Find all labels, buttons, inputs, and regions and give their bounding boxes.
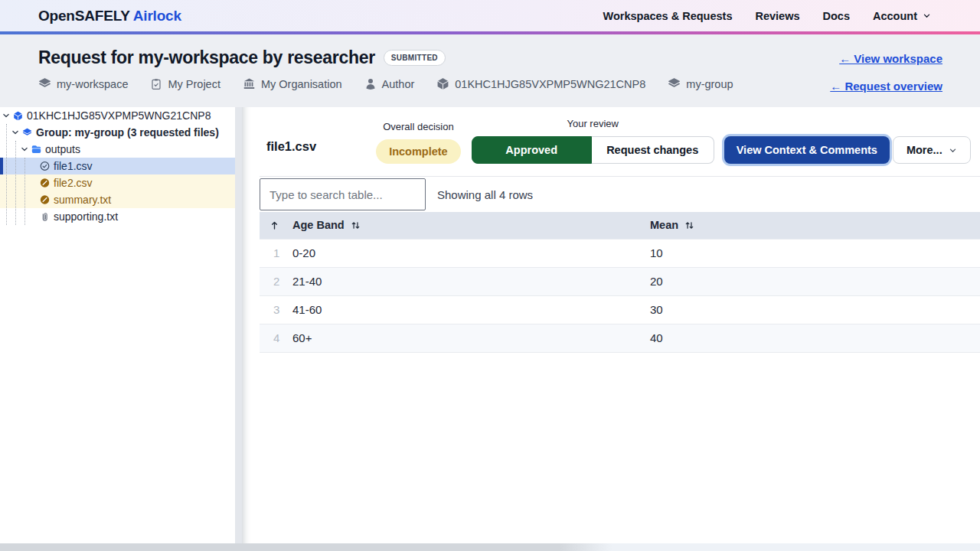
tree-item-supporting[interactable]: supporting.txt [0,208,235,225]
row-number: 1 [260,239,292,267]
file-tree-sidebar: 01KHC1HJG85VXPMP5WNG21CNP8 Group: my-gro… [0,107,235,543]
view-workspace-link[interactable]: ← View workspace [839,52,942,65]
file-detail-panel: file1.csv Overall decision Incomplete Yo… [242,107,980,543]
row-number: 2 [260,267,292,295]
request-overview-link[interactable]: ← Request overview [830,80,942,93]
tree-item-outputs[interactable]: outputs [0,141,235,158]
table-row: 1 0-20 10 [260,239,980,267]
tree-indent-guide [15,141,16,225]
cube-icon [13,111,23,121]
app-logo[interactable]: OpenSAFELY Airlock [38,8,181,24]
mean-cell: 10 [650,239,980,267]
cube-icon [436,77,449,90]
breadcrumb-project: My Project [150,77,220,90]
breadcrumb: my-workspace My Project My Organisation … [38,77,733,90]
chevron-down-icon[interactable] [20,145,29,154]
logo-primary: OpenSAFELY [38,8,129,24]
check-circle-icon [40,161,50,171]
column-header-mean[interactable]: Mean [650,212,980,239]
view-context-comments-button[interactable]: View Context & Comments [724,136,890,164]
page-header: Request for my-workspace by researcher S… [0,34,980,107]
column-header-age-band[interactable]: Age Band [292,212,650,239]
clipboard-icon [150,78,162,90]
search-input[interactable] [260,178,426,210]
breadcrumb-request-id: 01KHC1HJG85VXPMP5WNG21CNP8 [436,77,645,90]
layers-icon [38,77,51,90]
pending-circle-icon [40,195,50,205]
nav-account[interactable]: Account [873,10,931,22]
your-review-label: Your review [567,118,618,129]
main-nav: Workspaces & Requests Reviews Docs Accou… [603,10,931,22]
sort-icon[interactable] [351,220,361,230]
request-changes-button[interactable]: Request changes [592,136,714,164]
approved-button[interactable]: Approved [472,136,592,164]
tree-item-file2[interactable]: file2.csv [0,174,235,191]
age-band-cell: 60+ [292,324,650,352]
age-band-cell: 0-20 [292,239,650,267]
mean-cell: 30 [650,295,980,324]
tree-item-summary[interactable]: summary.txt [0,191,235,208]
sort-icon[interactable] [684,220,694,230]
nav-workspaces-requests[interactable]: Workspaces & Requests [603,10,733,22]
page-title: Request for my-workspace by researcher [38,47,375,68]
nav-reviews[interactable]: Reviews [755,10,799,22]
breadcrumb-group: my-group [668,77,733,90]
paperclip-icon [40,212,50,222]
overall-decision-badge: Incomplete [376,139,461,164]
tree-item-group[interactable]: Group: my-group (3 requested files) [0,124,235,141]
file-title: file1.csv [266,139,316,154]
table-row: 2 21-40 20 [260,267,980,295]
age-band-cell: 41-60 [292,295,650,324]
rows-summary: Showing all 4 rows [437,188,533,201]
row-number: 3 [260,295,292,324]
mean-cell: 40 [650,324,980,352]
tree-item-file1[interactable]: file1.csv [0,158,235,174]
row-number-column-header[interactable] [260,212,292,239]
tree-indent-guide [6,124,7,225]
tree-indent-guide [24,158,25,225]
row-number: 4 [260,324,292,352]
more-button[interactable]: More... [893,136,971,164]
overall-decision-group: Overall decision Incomplete [376,121,461,164]
overall-decision-label: Overall decision [383,121,454,132]
sort-ascending-icon [270,220,279,230]
layers-icon [668,77,681,90]
chevron-down-icon [923,11,931,20]
breadcrumb-organisation: My Organisation [243,77,342,90]
breadcrumb-workspace: my-workspace [38,77,128,90]
folder-icon [31,145,41,155]
tree-item-request-id[interactable]: 01KHC1HJG85VXPMP5WNG21CNP8 [0,107,235,124]
age-band-cell: 21-40 [292,267,650,295]
logo-secondary: Airlock [133,8,181,24]
data-table: Age Band Mean 1 0-20 10 2 21-40 20 3 41-… [260,212,980,353]
chevron-down-icon [949,146,957,155]
chevron-down-icon[interactable] [11,128,20,137]
chevron-down-icon[interactable] [2,111,11,120]
pending-circle-icon [40,178,50,188]
table-row: 3 41-60 30 [260,295,980,324]
status-badge: SUBMITTED [384,50,446,66]
table-row: 4 60+ 40 [260,324,980,352]
your-review-group: Your review Approved Request changes [472,118,714,164]
mean-cell: 20 [650,267,980,295]
top-nav: OpenSAFELY Airlock Workspaces & Requests… [0,0,980,31]
nav-docs[interactable]: Docs [823,10,850,22]
person-icon [364,78,377,90]
breadcrumb-author: Author [364,77,415,90]
building-icon [243,77,256,90]
layers-icon [22,128,32,138]
